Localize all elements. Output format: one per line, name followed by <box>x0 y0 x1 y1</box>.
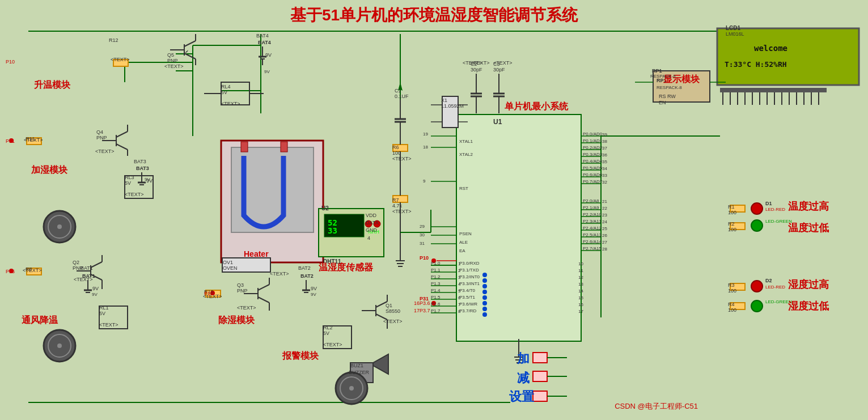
pin23: 23 <box>602 213 607 218</box>
q1-label: Q1S8550 <box>386 303 400 314</box>
rp1-en: EN <box>659 100 666 105</box>
svg-rect-194 <box>533 391 547 401</box>
svg-point-152 <box>44 330 75 362</box>
p36-name: P3.6/WR <box>459 302 477 307</box>
p04-name: P0.4/AD4 <box>583 159 602 164</box>
dht11-pin4: 4 <box>367 235 370 241</box>
svg-text:52: 52 <box>328 218 337 227</box>
x1-label: X111.0592M <box>441 97 464 109</box>
p01-name: P0.1/AD1 <box>583 138 602 143</box>
csdn-watermark: CSDN @电子工程师-C51 <box>615 401 698 411</box>
svg-rect-64 <box>725 34 854 80</box>
svg-text:RESPACK-8: RESPACK-8 <box>657 85 682 90</box>
bat4-label: BAT4 <box>256 33 269 39</box>
svg-text:welcome: welcome <box>754 44 787 53</box>
svg-point-217 <box>482 301 487 306</box>
bat3-9v: 9V <box>145 177 150 182</box>
p20-name: P2.0/A8 <box>583 198 599 203</box>
pin27: 27 <box>602 240 607 245</box>
ale-pin: 30 <box>420 232 425 237</box>
svg-line-121 <box>116 131 128 137</box>
d2-type: LED-RED <box>765 285 785 290</box>
p17-name: P1.7 <box>431 308 440 313</box>
add-button-label: 加 <box>517 350 530 367</box>
p03-name: P0.3/AD3 <box>583 152 602 157</box>
svg-point-155 <box>336 372 367 404</box>
p12-name: P1.2 <box>431 274 440 279</box>
svg-point-156 <box>340 377 363 400</box>
p37-name: P3.7/RD <box>459 308 476 313</box>
rl2-label: RL25V <box>323 325 333 336</box>
svg-point-159 <box>751 203 763 214</box>
svg-point-219 <box>482 312 487 317</box>
buz1-label: BUZ1 <box>350 363 363 368</box>
xtal2-pin: 18 <box>423 145 428 150</box>
heater-label: Heater <box>244 249 269 258</box>
p21-name: P2.1/A9 <box>583 205 599 210</box>
svg-text:BAT2: BAT2 <box>300 273 314 279</box>
p16-connector: P16 <box>6 269 15 274</box>
c1-label: C10.1UF <box>395 88 409 99</box>
pin37: 37 <box>602 146 607 151</box>
p25-name: P2.5/A13 <box>583 232 602 237</box>
rl1-text: <TEXT> <box>99 322 118 328</box>
r7-label: R74.7k <box>392 197 402 209</box>
pin22: 22 <box>602 206 607 211</box>
rst-pin: 9 <box>423 179 425 184</box>
svg-point-160 <box>751 220 763 231</box>
p15-name: P1.5 <box>431 295 440 300</box>
p3pin11: 11 <box>578 268 583 273</box>
r12-label: R12 <box>109 37 118 43</box>
svg-line-133 <box>258 285 269 290</box>
ov1-label: OV1 <box>223 260 233 265</box>
p02-name: P0.2/AD2 <box>583 145 602 150</box>
p31-rxd: P3.1/TXD <box>459 268 479 273</box>
r3-label: R3100 <box>728 282 736 294</box>
q5-label: Q5PNP <box>167 52 178 63</box>
r6-text: <TEXT> <box>392 156 412 162</box>
svg-text:BAT3: BAT3 <box>136 166 149 171</box>
rl3-text: <TEXT> <box>125 192 144 197</box>
p14-name: P1.4 <box>431 288 440 293</box>
svg-rect-193 <box>533 371 547 381</box>
p35-name: P3.5/T1 <box>459 295 475 300</box>
gnd-label: GND <box>366 227 377 233</box>
svg-line-122 <box>116 144 128 150</box>
p17-mcu-label: 17P3.7 <box>414 308 430 313</box>
p33-name: P3.3/INT1 <box>459 281 480 286</box>
svg-text:BAT4: BAT4 <box>258 40 271 45</box>
xtal1-name: XTAL1 <box>459 139 473 144</box>
p22-name: P2.2/A10 <box>583 212 602 217</box>
p00-name: P0.0/AD0 <box>583 131 602 137</box>
rl1-label: RL15V <box>99 305 109 316</box>
p13-name: P1.3 <box>431 281 440 286</box>
svg-point-161 <box>751 281 763 292</box>
svg-rect-20 <box>281 142 287 152</box>
r4-label: R4100 <box>728 302 736 313</box>
bat2-label: BAT2 <box>298 265 311 271</box>
pin39: 39 <box>602 132 607 137</box>
respack-label: RESPACK-8 <box>650 74 676 79</box>
cooling-module-label: 通风降温 <box>22 315 58 326</box>
psen-pin: 29 <box>420 224 425 229</box>
heating-module-label: 升温模块 <box>34 79 70 91</box>
pin35: 35 <box>602 159 607 164</box>
svg-marker-118 <box>184 50 188 53</box>
svg-rect-19 <box>241 142 248 152</box>
pin32: 32 <box>602 180 607 185</box>
u1-label: U1 <box>493 118 502 126</box>
svg-point-157 <box>349 386 354 391</box>
pin34: 34 <box>602 166 607 171</box>
svg-text:33: 33 <box>328 226 337 235</box>
d2-label: D2 <box>765 278 772 283</box>
pin21: 21 <box>602 199 607 204</box>
svg-rect-192 <box>533 353 547 363</box>
p06-name: P0.6/AD6 <box>583 172 602 177</box>
svg-text:9V: 9V <box>311 286 317 291</box>
buzzer-label: BUZZER <box>349 370 369 375</box>
p10-connector: P10 <box>6 59 15 65</box>
p10-name-label: P1.0 <box>431 261 440 266</box>
p30-name: P3.0/RXD <box>459 261 480 266</box>
bat4-9v: 9V <box>264 69 270 74</box>
p3pin13: 13 <box>578 282 583 287</box>
